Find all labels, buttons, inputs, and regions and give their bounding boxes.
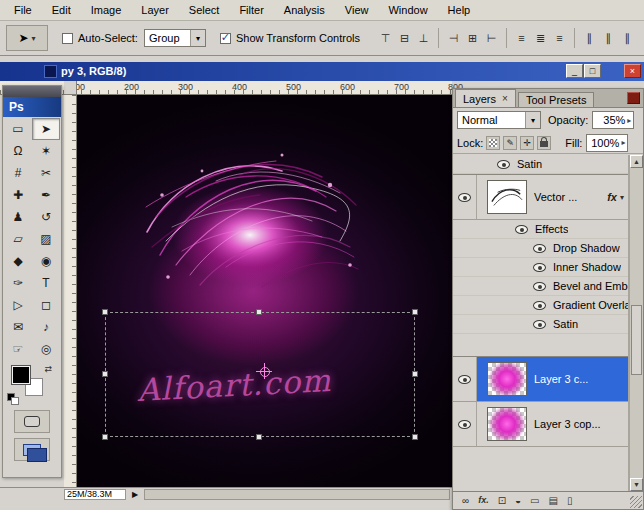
layer-name[interactable]: Layer 3 cop... bbox=[534, 418, 601, 430]
quick-mask-button[interactable] bbox=[14, 410, 50, 433]
transform-bounding-box[interactable] bbox=[105, 312, 415, 437]
transform-handle[interactable] bbox=[102, 371, 108, 377]
history-brush-tool[interactable]: ↺ bbox=[32, 206, 60, 228]
new-group-icon[interactable]: ▭ bbox=[530, 496, 539, 506]
layer-thumbnail[interactable] bbox=[487, 407, 527, 441]
layer-thumbnail[interactable] bbox=[487, 180, 527, 214]
visibility-toggle[interactable] bbox=[453, 402, 477, 446]
auto-select-checkbox[interactable] bbox=[62, 33, 73, 44]
layer-name[interactable]: Layer 3 c... bbox=[534, 373, 588, 385]
transform-handle[interactable] bbox=[256, 309, 262, 315]
foreground-color-swatch[interactable] bbox=[12, 366, 30, 384]
align-bottom-edges[interactable]: ⊥ bbox=[414, 29, 433, 48]
scroll-down-icon[interactable]: ▼ bbox=[630, 478, 643, 491]
align-top-edges[interactable]: ⊤ bbox=[376, 29, 395, 48]
layer-effect-row[interactable]: Drop Shadow bbox=[453, 239, 628, 258]
eye-icon[interactable] bbox=[533, 320, 546, 329]
hand-tool[interactable]: ☞ bbox=[4, 338, 32, 360]
default-colors-icon[interactable] bbox=[7, 393, 17, 403]
layer-effect-row[interactable]: Satin bbox=[453, 315, 628, 334]
move-tool[interactable]: ➤ bbox=[32, 118, 60, 140]
show-transform-controls-checkbox[interactable]: ✓ bbox=[220, 33, 231, 44]
reference-point-icon[interactable] bbox=[256, 363, 272, 379]
distribute-bottom-edges[interactable]: ≡ bbox=[550, 29, 569, 48]
auto-select-scope-dropdown[interactable]: Group ▾ bbox=[144, 29, 206, 47]
notes-tool[interactable]: ✉ bbox=[4, 316, 32, 338]
rectangular-marquee-tool[interactable]: ▭ bbox=[4, 118, 32, 140]
layer-thumbnail[interactable] bbox=[487, 362, 527, 396]
transform-handle[interactable] bbox=[412, 434, 418, 440]
status-menu-arrow-icon[interactable]: ▶ bbox=[132, 490, 138, 499]
align-vertical-centers[interactable]: ⊟ bbox=[395, 29, 414, 48]
opacity-field[interactable]: 35% ▸ bbox=[592, 111, 634, 129]
distribute-top-edges[interactable]: ≡ bbox=[512, 29, 531, 48]
eye-icon[interactable] bbox=[533, 282, 546, 291]
delete-layer-icon[interactable]: ▯ bbox=[567, 496, 573, 506]
visibility-toggle[interactable] bbox=[453, 357, 477, 401]
minimize-button[interactable]: _ bbox=[566, 64, 583, 78]
photoshop-logo[interactable]: Ps bbox=[3, 97, 61, 117]
add-layer-style-icon[interactable]: fx. bbox=[478, 496, 489, 505]
menu-item-select[interactable]: Select bbox=[179, 1, 230, 19]
toolbox-titlebar[interactable] bbox=[3, 86, 61, 97]
menu-item-filter[interactable]: Filter bbox=[229, 1, 273, 19]
clone-stamp-tool[interactable]: ♟ bbox=[4, 206, 32, 228]
add-layer-mask-icon[interactable]: ⊡ bbox=[498, 496, 506, 506]
layer-row-copy[interactable]: Layer 3 cop... bbox=[453, 402, 628, 447]
menu-item-layer[interactable]: Layer bbox=[131, 1, 179, 19]
path-selection-tool[interactable]: ▷ bbox=[4, 294, 32, 316]
link-layers-icon[interactable]: ∞ bbox=[462, 496, 469, 506]
gradient-tool[interactable]: ▨ bbox=[32, 228, 60, 250]
current-tool-button[interactable]: ➤ ▾ bbox=[6, 25, 48, 51]
align-left-edges[interactable]: ⊣ bbox=[444, 29, 463, 48]
lock-position-button[interactable]: ✛ bbox=[520, 136, 534, 150]
layer-style-badge[interactable]: fx bbox=[607, 191, 617, 203]
spinner-arrow-icon[interactable]: ▸ bbox=[621, 138, 625, 147]
eye-icon[interactable] bbox=[533, 263, 546, 272]
menu-item-file[interactable]: File bbox=[4, 1, 42, 19]
eye-icon[interactable] bbox=[533, 301, 546, 310]
distribute-vertical-centers[interactable]: ≣ bbox=[531, 29, 550, 48]
close-button[interactable]: × bbox=[624, 64, 641, 78]
crop-tool[interactable]: # bbox=[4, 162, 32, 184]
lasso-tool[interactable]: Ω bbox=[4, 140, 32, 162]
scroll-up-icon[interactable]: ▲ bbox=[630, 155, 643, 168]
eye-icon[interactable] bbox=[497, 160, 510, 169]
zoom-tool[interactable]: ◎ bbox=[32, 338, 60, 360]
menu-item-window[interactable]: Window bbox=[378, 1, 437, 19]
align-right-edges[interactable]: ⊢ bbox=[482, 29, 501, 48]
menu-item-edit[interactable]: Edit bbox=[42, 1, 81, 19]
chevron-down-icon[interactable]: ▾ bbox=[190, 30, 205, 46]
screen-mode-button[interactable] bbox=[14, 438, 50, 461]
blur-tool[interactable]: ◆ bbox=[4, 250, 32, 272]
panel-menu-button[interactable] bbox=[627, 92, 640, 104]
distribute-left-edges[interactable]: ∥ bbox=[580, 29, 599, 48]
spinner-arrow-icon[interactable]: ▸ bbox=[627, 116, 631, 125]
align-horizontal-centers[interactable]: ⊞ bbox=[463, 29, 482, 48]
vertical-ruler[interactable] bbox=[64, 95, 77, 487]
shape-tool[interactable]: ◻ bbox=[32, 294, 60, 316]
type-tool[interactable]: T bbox=[32, 272, 60, 294]
blend-mode-dropdown[interactable]: Normal ▾ bbox=[457, 111, 541, 129]
fill-field[interactable]: 100% ▸ bbox=[586, 134, 628, 152]
audio-annotation-tool[interactable]: ♪ bbox=[32, 316, 60, 338]
transform-handle[interactable] bbox=[102, 309, 108, 315]
lock-transparent-pixels-button[interactable] bbox=[486, 136, 500, 150]
distribute-horizontal-centers[interactable]: ∥ bbox=[599, 29, 618, 48]
resize-grip[interactable] bbox=[630, 496, 642, 508]
maximize-button[interactable]: □ bbox=[584, 64, 601, 78]
canvas[interactable]: Alfoart.com bbox=[77, 95, 452, 487]
magic-wand-tool[interactable]: ✶ bbox=[32, 140, 60, 162]
layer-row-selected[interactable]: Layer 3 c... bbox=[453, 357, 628, 402]
visibility-toggle[interactable] bbox=[453, 175, 477, 219]
chevron-down-icon[interactable]: ▾ bbox=[525, 112, 540, 128]
scrollbar-thumb[interactable] bbox=[631, 305, 642, 375]
new-adjustment-layer-icon[interactable]: ◒ bbox=[515, 496, 521, 506]
layer-effect-row[interactable]: Satin bbox=[453, 155, 628, 174]
effects-header-row[interactable]: Effects bbox=[453, 220, 628, 239]
collapse-effects-icon[interactable]: ▾ bbox=[620, 193, 624, 202]
transform-handle[interactable] bbox=[412, 309, 418, 315]
layer-row-vector[interactable]: Vector ... fx ▾ bbox=[453, 175, 628, 220]
eye-icon[interactable] bbox=[533, 244, 546, 253]
pen-tool[interactable]: ✑ bbox=[4, 272, 32, 294]
